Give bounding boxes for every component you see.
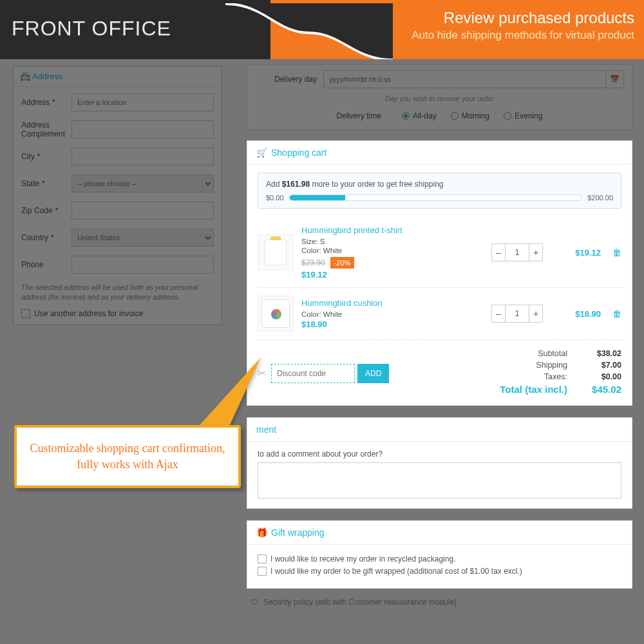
- delivery-time-evening[interactable]: Evening: [504, 111, 542, 120]
- delivery-time-allday[interactable]: All-day: [402, 111, 437, 120]
- gift-icon: 🎁: [256, 527, 267, 538]
- svg-marker-0: [200, 357, 261, 435]
- free-shipping-progress: [289, 194, 583, 201]
- product-name[interactable]: Hummingbird cushion: [301, 298, 478, 308]
- promo-banner: FRONT OFFICE Review purchased products A…: [0, 0, 644, 59]
- state-select[interactable]: -- please choose --: [71, 175, 214, 193]
- product-thumb: [258, 296, 294, 332]
- address-header: 📇 Address: [14, 66, 222, 87]
- qty-decrease-button[interactable]: –: [491, 243, 506, 261]
- delivery-day-input[interactable]: [323, 70, 606, 88]
- comment-label: to add a comment about your order?: [258, 450, 383, 459]
- banner-left-text: FRONT OFFICE: [12, 17, 171, 41]
- gift-wrap-checkbox[interactable]: [258, 567, 267, 576]
- banner-title: Review purchased products: [412, 9, 634, 27]
- remove-item-button[interactable]: 🗑: [606, 247, 621, 258]
- delivery-time-morning[interactable]: Morning: [451, 111, 489, 120]
- product-name[interactable]: Hummingbird printed t-shirt: [301, 225, 478, 235]
- calendar-icon[interactable]: 📅: [606, 70, 624, 88]
- remove-item-button[interactable]: 🗑: [606, 308, 621, 319]
- zip-input[interactable]: [71, 202, 214, 220]
- country-select[interactable]: United States: [71, 229, 214, 247]
- free-shipping-box: Add $161.98 more to your order to get fr…: [258, 173, 621, 209]
- qty-value[interactable]: 1: [506, 305, 529, 323]
- delivery-panel: Delivery day 📅 Day you wish to receive y…: [247, 64, 632, 130]
- order-comment-textarea[interactable]: [258, 462, 621, 498]
- address-input[interactable]: [71, 93, 214, 111]
- security-row: 🛡 Security policy (edit with Customer re…: [247, 589, 632, 607]
- city-input[interactable]: [71, 147, 214, 166]
- line-total: $18.90: [556, 309, 601, 319]
- phone-input[interactable]: [71, 256, 214, 274]
- cart-icon: 🛒: [256, 147, 267, 158]
- address-complement-input[interactable]: [71, 120, 214, 138]
- cart-item: Hummingbird cushion Color: White $18.90 …: [258, 288, 621, 340]
- line-total: $19.12: [556, 248, 601, 258]
- cart-item: Hummingbird printed t-shirt Size: S Colo…: [258, 218, 621, 288]
- banner-subtitle: Auto hide shipping methods for virtual p…: [412, 29, 634, 42]
- qty-increase-button[interactable]: +: [529, 305, 543, 323]
- callout-box: Customizable shopping cart confirmation,…: [14, 425, 241, 488]
- address-panel: 📇 Address Address* Address Complement Ci…: [13, 66, 222, 325]
- add-discount-button[interactable]: ADD: [357, 364, 389, 383]
- recycled-packaging-checkbox[interactable]: [258, 554, 267, 564]
- invoice-address-checkbox[interactable]: [21, 309, 30, 318]
- gift-panel: 🎁Gift wrapping I would like to receive m…: [247, 520, 632, 589]
- qty-increase-button[interactable]: +: [529, 243, 543, 261]
- discount-code-input[interactable]: [271, 364, 355, 383]
- qty-decrease-button[interactable]: –: [491, 305, 506, 323]
- product-thumb: [258, 234, 294, 270]
- address-note: The selected address will be used both a…: [21, 283, 214, 303]
- discount-badge: -20%: [330, 257, 355, 269]
- comment-panel: ment to add a comment about your order?: [247, 417, 632, 509]
- qty-value[interactable]: 1: [506, 243, 529, 261]
- shield-icon: 🛡: [251, 598, 258, 607]
- cart-panel: 🛒Shopping cart Add $161.98 more to your …: [247, 140, 632, 406]
